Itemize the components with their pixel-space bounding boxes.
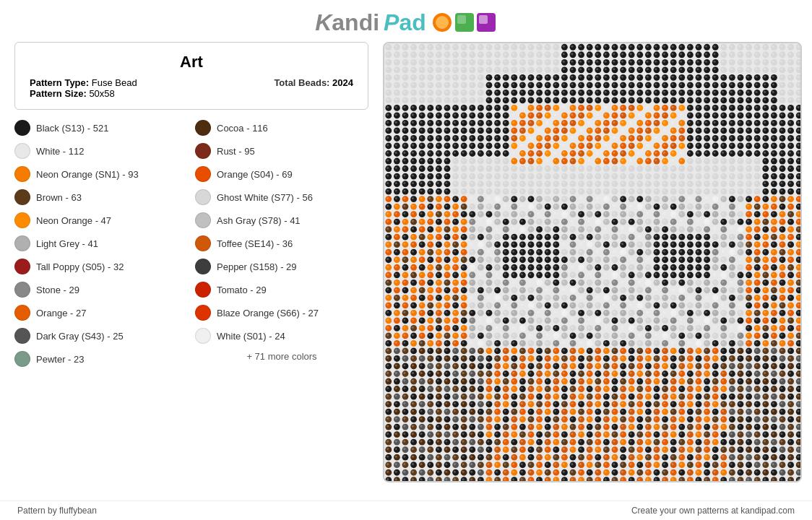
- color-label: Rust - 95: [217, 146, 255, 157]
- color-swatch: [195, 120, 211, 136]
- color-swatch: [195, 212, 211, 228]
- color-label: Ash Gray (S78) - 41: [217, 215, 301, 226]
- info-row-size: Pattern Size: 50x58: [30, 88, 353, 99]
- logo-icons: [432, 9, 497, 36]
- color-swatch: [14, 143, 30, 159]
- color-swatch: [195, 166, 211, 182]
- color-item: Black (S13) - 521: [14, 117, 188, 139]
- left-panel: Art Pattern Type: Fuse Bead Total Beads:…: [14, 42, 368, 493]
- color-label: Dark Gray (S43) - 25: [36, 331, 124, 342]
- color-swatch: [14, 282, 30, 298]
- color-swatch: [14, 351, 30, 367]
- color-label: Black (S13) - 521: [36, 123, 108, 134]
- more-colors: + 71 more colors: [195, 348, 368, 370]
- color-swatch: [195, 305, 211, 321]
- color-item: White (S01) - 24: [195, 325, 368, 347]
- color-item: Neon Orange - 47: [14, 209, 188, 231]
- info-box: Art Pattern Type: Fuse Bead Total Beads:…: [14, 42, 368, 110]
- color-label: Tall Poppy (S05) - 32: [36, 261, 124, 272]
- svg-point-1: [436, 16, 449, 29]
- color-label: Light Grey - 41: [36, 238, 98, 249]
- main-content: Art Pattern Type: Fuse Bead Total Beads:…: [0, 42, 812, 500]
- color-item: Pepper (S158) - 29: [195, 256, 368, 277]
- info-row-type: Pattern Type: Fuse Bead Total Beads: 202…: [30, 77, 353, 88]
- color-label: Brown - 63: [36, 192, 82, 203]
- color-swatch: [14, 189, 30, 205]
- color-swatch: [14, 235, 30, 251]
- color-swatch: [195, 328, 211, 344]
- color-swatch: [195, 282, 211, 298]
- color-item: Orange - 27: [14, 302, 188, 324]
- color-item: Stone - 29: [14, 279, 188, 300]
- color-item: Dark Gray (S43) - 25: [14, 325, 188, 347]
- color-item: Ghost White (S77) - 56: [195, 186, 368, 208]
- color-item: Tomato - 29: [195, 279, 368, 300]
- right-panel: [383, 42, 802, 493]
- color-item: Tall Poppy (S05) - 32: [14, 256, 188, 277]
- pattern-by: Pattern by fluffybean: [17, 506, 97, 516]
- color-list: Black (S13) - 521 Cocoa - 116 White - 11…: [14, 117, 368, 370]
- color-label: Toffee (SE14) - 36: [217, 238, 293, 249]
- svg-rect-5: [479, 15, 488, 24]
- color-label: Orange - 27: [36, 308, 86, 318]
- logo-pad-rest: ad: [399, 9, 426, 36]
- pattern-type-value: Fuse Bead: [92, 77, 137, 88]
- color-swatch: [14, 120, 30, 136]
- pattern-title: Art: [30, 53, 353, 72]
- color-item: Neon Orange (SN1) - 93: [14, 163, 188, 185]
- svg-rect-3: [457, 15, 466, 24]
- bead-canvas: [383, 42, 802, 482]
- header: K andi P ad: [0, 0, 812, 42]
- color-item: Cocoa - 116: [195, 117, 368, 139]
- logo-pad-p: P: [384, 9, 399, 36]
- pattern-size-label: Pattern Size:: [30, 88, 87, 99]
- color-label: Tomato - 29: [217, 285, 267, 295]
- color-label: Pewter - 23: [36, 354, 84, 365]
- color-item: Brown - 63: [14, 186, 188, 208]
- color-item: Ash Gray (S78) - 41: [195, 209, 368, 231]
- total-beads-value: 2024: [332, 77, 353, 88]
- color-item: Orange (S04) - 69: [195, 163, 368, 185]
- pattern-type-label: Pattern Type:: [30, 77, 89, 88]
- color-swatch: [14, 166, 30, 182]
- color-swatch: [195, 189, 211, 205]
- footer-cta: Create your own patterns at kandipad.com: [631, 506, 795, 516]
- color-label: White (S01) - 24: [217, 331, 285, 342]
- color-swatch: [14, 328, 30, 344]
- color-label: Stone - 29: [36, 285, 79, 295]
- pattern-size-value: 50x58: [89, 88, 114, 99]
- logo-kandi-rest: andi: [332, 9, 379, 36]
- color-label: Cocoa - 116: [217, 123, 268, 134]
- color-item: Toffee (SE14) - 36: [195, 233, 368, 254]
- color-swatch: [14, 259, 30, 274]
- color-label: Neon Orange - 47: [36, 215, 111, 226]
- color-label: White - 112: [36, 146, 84, 157]
- color-item: Light Grey - 41: [14, 233, 188, 254]
- color-label: Orange (S04) - 69: [217, 169, 293, 180]
- color-label: Pepper (S158) - 29: [217, 261, 297, 272]
- color-item: White - 112: [14, 140, 188, 162]
- color-label: Blaze Orange (S66) - 27: [217, 308, 319, 318]
- color-swatch: [195, 235, 211, 251]
- total-beads-label: Total Beads:: [274, 77, 329, 88]
- color-swatch: [195, 143, 211, 159]
- color-item: Blaze Orange (S66) - 27: [195, 302, 368, 324]
- color-item: Rust - 95: [195, 140, 368, 162]
- logo[interactable]: K andi P ad: [315, 9, 497, 36]
- color-swatch: [14, 305, 30, 321]
- color-label: Neon Orange (SN1) - 93: [36, 169, 139, 180]
- color-swatch: [195, 259, 211, 274]
- color-item: Pewter - 23: [14, 348, 188, 370]
- color-swatch: [14, 212, 30, 228]
- color-label: Ghost White (S77) - 56: [217, 192, 313, 203]
- logo-kandi-k: K: [315, 9, 332, 36]
- footer: Pattern by fluffybean Create your own pa…: [0, 500, 812, 520]
